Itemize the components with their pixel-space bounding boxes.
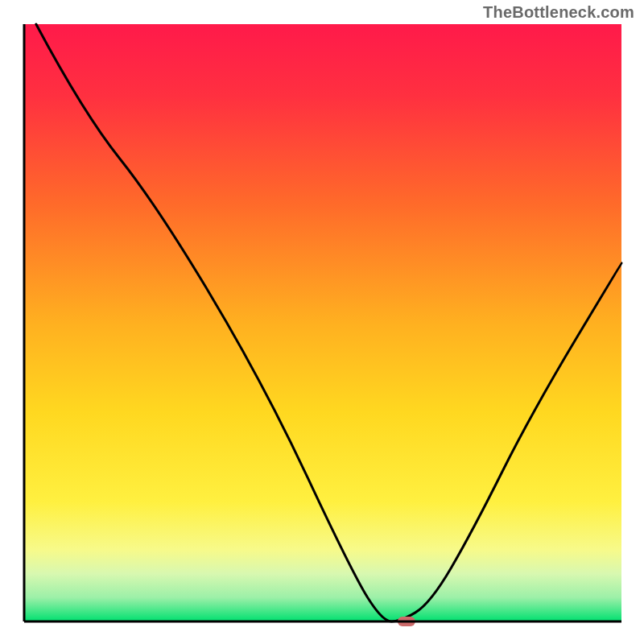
bottleneck-chart bbox=[0, 0, 644, 644]
plot-background bbox=[24, 24, 621, 621]
chart-container: TheBottleneck.com bbox=[0, 0, 644, 644]
watermark-text: TheBottleneck.com bbox=[483, 3, 634, 22]
